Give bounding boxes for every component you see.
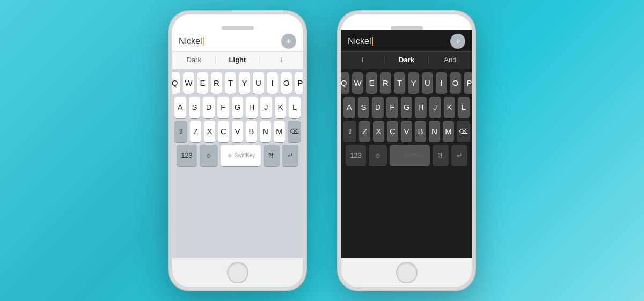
phone-bottom-dark [341, 258, 472, 287]
key-d-light[interactable]: D [203, 97, 215, 118]
row2-light: A S D F G H J K L [174, 97, 301, 118]
key-v-light[interactable]: V [232, 121, 243, 142]
key-emoji-light[interactable]: ☺ [200, 145, 218, 166]
suggestions-bar-light: Dark Light I [172, 51, 303, 69]
app-bar-light: Nickel + [172, 30, 303, 51]
key-n-light[interactable]: N [260, 121, 271, 142]
key-q-light[interactable]: Q [172, 72, 180, 94]
row1-dark: Q W E R T Y U I O P [343, 72, 470, 94]
key-shift-light[interactable]: ⇧ [174, 121, 187, 142]
key-v-dark[interactable]: V [401, 121, 412, 142]
key-shift-dark[interactable]: ⇧ [343, 121, 356, 142]
key-u-dark[interactable]: U [422, 72, 433, 94]
key-j-light[interactable]: J [260, 97, 272, 118]
key-c-light[interactable]: C [218, 121, 229, 142]
key-a-light[interactable]: A [174, 97, 186, 118]
suggestion-light-light[interactable]: Light [216, 56, 259, 64]
key-h-light[interactable]: H [246, 97, 258, 118]
key-num-dark[interactable]: 123 [346, 145, 366, 166]
key-t-light[interactable]: T [225, 72, 236, 94]
title-text-light: Nickel [179, 36, 202, 46]
key-m-dark[interactable]: M [443, 121, 454, 142]
key-w-dark[interactable]: W [352, 72, 363, 94]
suggestion-and-dark[interactable]: And [429, 56, 472, 64]
key-r-light[interactable]: R [211, 72, 222, 94]
key-b-dark[interactable]: B [415, 121, 426, 142]
key-return-light[interactable]: ↵ [282, 145, 298, 166]
key-punct-dark[interactable]: ?!; [433, 145, 449, 166]
key-p-dark[interactable]: P [464, 72, 472, 94]
home-button-light[interactable] [227, 262, 248, 283]
key-s-light[interactable]: S [189, 97, 201, 118]
add-button-dark[interactable]: + [450, 34, 465, 49]
key-y-light[interactable]: Y [239, 72, 250, 94]
key-l-dark[interactable]: L [458, 97, 470, 118]
phone-top-light [172, 14, 303, 30]
delete-icon-light: ⌫ [290, 128, 299, 135]
key-space-light[interactable]: SwiftKey [221, 145, 261, 166]
key-w-light[interactable]: W [183, 72, 194, 94]
key-c-dark[interactable]: C [387, 121, 398, 142]
light-phone: Nickel + Dark Light I Q W E R T Y U I O … [169, 11, 306, 290]
key-x-light[interactable]: X [204, 121, 215, 142]
key-f-light[interactable]: F [217, 97, 229, 118]
key-i-light[interactable]: I [267, 72, 278, 94]
suggestion-i-light[interactable]: I [260, 56, 303, 64]
row1-light: Q W E R T Y U I O P [174, 72, 301, 94]
key-h-dark[interactable]: H [415, 97, 427, 118]
key-j-dark[interactable]: J [429, 97, 441, 118]
key-o-light[interactable]: O [281, 72, 292, 94]
phone-bottom-light [172, 258, 303, 287]
key-i-dark[interactable]: I [436, 72, 447, 94]
key-return-dark[interactable]: ↵ [451, 145, 467, 166]
key-y-dark[interactable]: Y [408, 72, 419, 94]
key-a-dark[interactable]: A [343, 97, 355, 118]
key-n-dark[interactable]: N [429, 121, 440, 142]
key-punct-light[interactable]: ?!; [264, 145, 280, 166]
key-u-light[interactable]: U [253, 72, 264, 94]
key-g-light[interactable]: G [232, 97, 244, 118]
key-num-light[interactable]: 123 [177, 145, 197, 166]
key-z-dark[interactable]: Z [359, 121, 370, 142]
key-q-dark[interactable]: Q [341, 72, 349, 94]
key-b-light[interactable]: B [246, 121, 257, 142]
key-delete-dark[interactable]: ⌫ [457, 121, 470, 142]
key-space-dark[interactable]: SwiftKey [390, 145, 430, 166]
key-k-dark[interactable]: K [444, 97, 456, 118]
app-bar-dark: Nickel + [341, 30, 472, 51]
key-o-dark[interactable]: O [450, 72, 461, 94]
swiftkey-text-light: SwiftKey [235, 152, 255, 158]
suggestions-bar-dark: I Dark And [341, 51, 472, 69]
key-g-dark[interactable]: G [401, 97, 413, 118]
key-k-light[interactable]: K [275, 97, 287, 118]
key-e-light[interactable]: E [197, 72, 208, 94]
home-button-dark[interactable] [396, 262, 418, 283]
suggestion-dark-dark[interactable]: Dark [385, 56, 428, 64]
key-m-light[interactable]: M [274, 121, 285, 142]
title-text-dark: Nickel [348, 36, 371, 46]
bottom-row-dark: 123 ☺ SwiftKey ?!; ↵ [343, 145, 470, 166]
key-t-dark[interactable]: T [394, 72, 405, 94]
add-button-light[interactable]: + [281, 34, 296, 49]
key-delete-light[interactable]: ⌫ [288, 121, 301, 142]
key-f-dark[interactable]: F [386, 97, 398, 118]
dark-phone: Nickel + I Dark And Q W E R T Y U I O P [338, 11, 475, 290]
swiftkey-text-dark: SwiftKey [404, 152, 425, 158]
key-l-light[interactable]: L [289, 97, 301, 118]
keyboard-dark: Q W E R T Y U I O P A S D F G H J K L [341, 69, 472, 258]
key-emoji-dark[interactable]: ☺ [369, 145, 387, 166]
keyboard-light: Q W E R T Y U I O P A S D F G H J K L [172, 69, 303, 258]
suggestion-i-dark[interactable]: I [341, 56, 385, 64]
suggestion-dark-light[interactable]: Dark [172, 56, 216, 64]
key-d-dark[interactable]: D [372, 97, 384, 118]
swiftkey-icon-light [226, 152, 233, 159]
key-p-light[interactable]: P [295, 72, 303, 94]
key-e-dark[interactable]: E [366, 72, 377, 94]
key-r-dark[interactable]: R [380, 72, 391, 94]
key-x-dark[interactable]: X [373, 121, 384, 142]
swiftkey-logo-light: SwiftKey [226, 152, 255, 159]
cursor-light [203, 37, 204, 46]
key-z-light[interactable]: Z [190, 121, 201, 142]
row2-dark: A S D F G H J K L [343, 97, 470, 118]
key-s-dark[interactable]: S [358, 97, 370, 118]
